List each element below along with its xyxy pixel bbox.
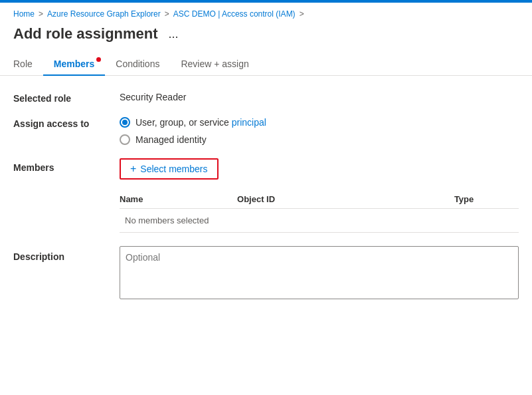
selected-role-row: Selected role Security Reader <box>13 92 519 104</box>
breadcrumb-asc-demo[interactable]: ASC DEMO | Access control (IAM) <box>173 9 296 19</box>
breadcrumb: Home > Azure Resource Graph Explorer > A… <box>0 3 532 23</box>
main-content: Selected role Security Reader Assign acc… <box>0 92 532 299</box>
breadcrumb-sep-2: > <box>165 9 169 19</box>
table-header-row: Name Object ID Type <box>120 190 519 209</box>
radio-managed-identity-circle <box>120 134 130 145</box>
breadcrumb-graph-explorer[interactable]: Azure Resource Graph Explorer <box>47 9 161 19</box>
radio-user-group-label: User, group, or service principal <box>135 117 266 128</box>
breadcrumb-home[interactable]: Home <box>13 9 35 19</box>
table-empty-row: No members selected <box>120 209 519 233</box>
selected-role-value: Security Reader <box>120 92 186 102</box>
plus-icon: + <box>130 163 136 175</box>
radio-managed-identity-label: Managed identity <box>135 134 207 145</box>
tab-conditions[interactable]: Conditions <box>105 53 170 76</box>
members-content: + Select members Name Object ID Type No … <box>120 158 519 233</box>
description-input[interactable] <box>120 246 519 299</box>
tabs-nav: Role Members Conditions Review + assign <box>0 53 532 76</box>
col-name: Name <box>120 190 197 209</box>
radio-managed-identity[interactable]: Managed identity <box>120 134 266 145</box>
selected-role-label: Selected role <box>13 92 120 104</box>
description-label: Description <box>13 246 120 262</box>
assign-access-row: Assign access to User, group, or service… <box>13 117 519 145</box>
select-members-label: Select members <box>140 164 207 174</box>
description-row: Description <box>13 246 519 299</box>
tab-members[interactable]: Members <box>43 53 105 76</box>
members-row: Members + Select members Name Object ID … <box>13 158 519 233</box>
page-title: Add role assignment <box>13 25 158 43</box>
empty-message: No members selected <box>120 209 519 233</box>
radio-user-group-circle <box>120 117 130 128</box>
tab-role[interactable]: Role <box>13 53 43 76</box>
breadcrumb-sep-3: > <box>300 9 304 19</box>
assign-access-label: Assign access to <box>13 117 120 129</box>
breadcrumb-sep-1: > <box>39 9 43 19</box>
select-members-button[interactable]: + Select members <box>120 158 219 180</box>
members-label: Members <box>13 158 120 173</box>
principal-link[interactable]: principal <box>232 117 266 128</box>
tab-review-assign[interactable]: Review + assign <box>170 53 259 76</box>
col-object-id: Object ID <box>197 190 454 209</box>
radio-user-group[interactable]: User, group, or service principal <box>120 117 266 128</box>
col-type: Type <box>454 190 519 209</box>
ellipsis-button[interactable]: ... <box>165 26 183 43</box>
members-table: Name Object ID Type No members selected <box>120 190 519 233</box>
assign-access-options: User, group, or service principal Manage… <box>120 117 266 145</box>
page-title-row: Add role assignment ... <box>0 23 532 53</box>
